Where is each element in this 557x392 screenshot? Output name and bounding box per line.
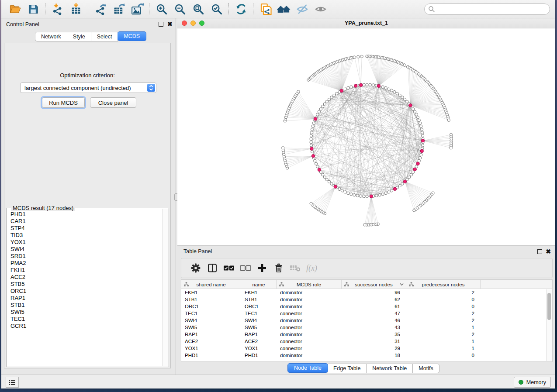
zoom-fit-icon[interactable] [190, 2, 206, 17]
cell-MCDS-role: dominator [277, 304, 342, 309]
search-field [424, 3, 550, 15]
table-row[interactable]: ORC1ORC1dominator610 [181, 303, 552, 310]
export-network-icon[interactable] [93, 2, 108, 17]
mcds-result-item[interactable]: ORC1 [7, 288, 163, 295]
table-settings-icon[interactable] [189, 261, 202, 275]
zoom-out-icon[interactable] [172, 2, 188, 17]
mcds-result-item[interactable]: ACE2 [7, 274, 163, 281]
mcds-result-item[interactable]: SWI5 [7, 309, 163, 316]
close-panel-icon[interactable]: ✖ [167, 21, 173, 27]
delete-column-icon[interactable] [272, 261, 285, 275]
mcds-result-item[interactable]: TEC1 [7, 316, 163, 323]
float-table-panel-icon[interactable] [537, 249, 542, 254]
mcds-result-item[interactable]: YOX1 [7, 239, 163, 246]
cell-successor-nodes: 43 [342, 325, 406, 330]
cell-shared-name: PHD1 [181, 353, 241, 358]
select-all-icon[interactable] [222, 261, 235, 275]
tab-style[interactable]: Style [67, 32, 91, 41]
mcds-result-item[interactable]: TID3 [7, 232, 163, 239]
column-header-predecessor-nodes[interactable]: predecessor nodes [406, 280, 481, 289]
zoom-selected-icon[interactable] [209, 2, 225, 17]
cell-MCDS-role: connector [277, 325, 342, 330]
hide-selected-icon[interactable] [294, 2, 310, 17]
table-row[interactable]: FKH1FKH1dominator962 [181, 289, 552, 296]
table-row[interactable]: RAP1RAP1dominator352 [181, 331, 552, 338]
table-row[interactable]: TEC1TEC1connector472 [181, 310, 552, 317]
delete-table-icon[interactable] [289, 261, 302, 275]
refresh-view-icon[interactable] [233, 2, 249, 17]
toolbar-separator [228, 3, 229, 15]
mcds-result-item[interactable]: RAP1 [7, 295, 163, 302]
mcds-result-item[interactable]: PHD1 [7, 211, 163, 218]
task-history-button[interactable] [6, 377, 19, 388]
cell-MCDS-role: dominator [277, 290, 342, 295]
table-row[interactable]: SWI5SWI5connector431 [181, 324, 552, 331]
table-row[interactable]: ACE2ACE2connector311 [181, 338, 552, 345]
mcds-result-item[interactable]: STB5 [7, 281, 163, 288]
close-table-panel-icon[interactable]: ✖ [546, 248, 551, 254]
cell-MCDS-role: dominator [277, 332, 342, 337]
memory-button[interactable]: Memory [514, 377, 551, 388]
column-header-MCDS-role[interactable]: MCDS role [277, 280, 342, 289]
column-header-shared-name[interactable]: shared name [181, 280, 241, 289]
toolbar-separator [149, 3, 150, 15]
mcds-result-item[interactable]: SWI4 [7, 246, 163, 253]
cell-predecessor-nodes: 0 [406, 297, 481, 302]
tab-node-table[interactable]: Node Table [287, 363, 328, 373]
cell-shared-name: FKH1 [181, 290, 241, 295]
table-row[interactable]: YOX1YOX1connector291 [181, 345, 552, 352]
tab-network[interactable]: Network [35, 32, 67, 41]
table-scrollbar[interactable] [546, 289, 552, 361]
cell-MCDS-role: dominator [277, 353, 342, 358]
search-input[interactable] [424, 3, 550, 15]
cell-name: SWI4 [241, 318, 277, 323]
tab-motifs[interactable]: Motifs [413, 364, 439, 373]
cell-shared-name: ORC1 [181, 304, 241, 309]
export-image-icon[interactable] [129, 2, 145, 17]
tab-network-table[interactable]: Network Table [367, 364, 413, 373]
mcds-result-item[interactable]: STB1 [7, 302, 163, 309]
clone-network-icon[interactable] [258, 2, 273, 17]
table-row[interactable]: STB1STB1dominator620 [181, 296, 552, 303]
column-header-name[interactable]: name [241, 280, 277, 289]
tab-select[interactable]: Select [91, 32, 118, 41]
mcds-list-scrollbar[interactable] [163, 209, 169, 366]
float-panel-icon[interactable] [159, 22, 163, 27]
first-neighbors-icon[interactable] [276, 2, 292, 17]
table-scrollbar-thumb[interactable] [547, 293, 551, 320]
export-table-icon[interactable] [111, 2, 127, 17]
import-network-icon[interactable] [50, 2, 66, 17]
import-table-icon[interactable] [68, 2, 84, 17]
cell-predecessor-nodes: 1 [406, 325, 481, 330]
column-header-successor-nodes[interactable]: successor nodes [342, 280, 406, 289]
function-builder-icon[interactable]: f(x) [306, 264, 317, 273]
deselect-all-icon[interactable] [239, 261, 252, 275]
network-canvas[interactable] [177, 28, 555, 245]
optimization-criterion-select[interactable]: largest connected component (undirected) [20, 83, 156, 93]
add-column-icon[interactable] [256, 261, 269, 275]
show-all-icon[interactable] [313, 2, 329, 17]
tab-edge-table[interactable]: Edge Table [328, 364, 367, 373]
mcds-result-item[interactable]: FKH1 [7, 267, 163, 274]
run-mcds-button[interactable]: Run MCDS [42, 97, 85, 108]
close-panel-button[interactable]: Close panel [90, 97, 136, 108]
memory-status-icon [519, 380, 523, 385]
mcds-result-item[interactable]: STP4 [7, 225, 163, 232]
network-window-titlebar[interactable]: YPA_prune.txt_1 [177, 18, 555, 28]
zoom-in-icon[interactable] [154, 2, 170, 17]
save-session-icon[interactable] [25, 2, 41, 17]
search-icon [428, 6, 435, 13]
control-panel-tabs: NetworkStyleSelectMCDS [35, 32, 146, 41]
cell-MCDS-role: connector [277, 311, 342, 316]
tab-mcds[interactable]: MCDS [118, 31, 146, 41]
mcds-result-item[interactable]: PMA2 [7, 260, 163, 267]
table-row[interactable]: PHD1PHD1dominator180 [181, 352, 552, 359]
mcds-result-item[interactable]: CAR1 [7, 218, 163, 225]
split-view-icon[interactable] [206, 261, 219, 275]
list-icon [9, 379, 16, 385]
table-panel-tabs: Node TableEdge TableNetwork TableMotifs [288, 364, 439, 373]
table-row[interactable]: SWI4SWI4dominator462 [181, 317, 552, 324]
mcds-result-item[interactable]: GCR1 [7, 323, 163, 330]
mcds-result-item[interactable]: SRD1 [7, 253, 163, 260]
open-file-icon[interactable] [7, 2, 23, 17]
